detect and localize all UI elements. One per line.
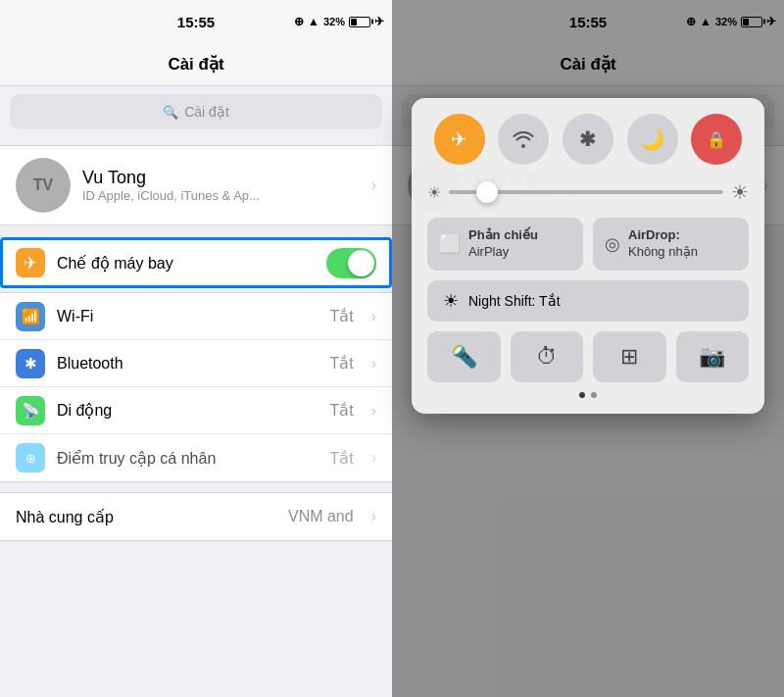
cc-airdrop-btn[interactable]: ◎ AirDrop: Không nhận [593,218,749,271]
airplay-subtitle: AirPlay [468,244,538,261]
left-nav-bar: Cài đặt [0,43,392,86]
signal-icon: ⊕ [294,15,304,28]
cc-dot-2 [591,392,597,398]
cc-wifi-btn[interactable] [498,114,549,165]
network-settings-group: 📶 Wi-Fi Tắt › ✱ Bluetooth Tắt › 📡 Di độn… [0,292,392,482]
left-user-avatar: TV [16,158,71,213]
battery-percent: 32% [323,16,345,27]
wifi-value: Tắt [329,307,353,325]
airplane-toggle[interactable] [326,248,376,278]
wifi-icon: 📶 [16,302,45,331]
airdrop-text: AirDrop: Không nhận [628,227,698,261]
cc-top-row: ✈ ✱ 🌙 🔒 [427,114,749,165]
cc-bluetooth-btn[interactable]: ✱ [563,114,613,165]
bluetooth-icon: ✱ [16,349,45,378]
airdrop-title: AirDrop: [628,227,698,244]
cc-flashlight-btn[interactable]: 🔦 [427,331,501,382]
search-icon: 🔍 [163,105,178,120]
left-search-bar[interactable]: 🔍 Cài đặt [10,94,382,129]
left-nav-title: Cài đặt [168,54,223,75]
left-user-info: Vu Tong ID Apple, iCloud, iTunes & Ap... [82,168,360,203]
hotspot-icon: ⊕ [16,443,45,473]
cc-page-indicator [427,392,749,398]
left-status-icons: ⊕ ▲ 32% ✈ [294,15,384,28]
hotspot-value: Tắt [329,449,353,468]
carrier-label: Nhà cung cấp [16,508,276,526]
mobile-chevron: › [371,402,376,420]
airdrop-icon: ◎ [605,233,620,255]
airplay-icon: ⬜ [439,233,461,255]
left-user-profile[interactable]: TV Vu Tong ID Apple, iCloud, iTunes & Ap… [0,145,392,225]
mobile-label: Di động [57,401,318,420]
left-search-container: 🔍 Cài đặt [0,86,392,137]
control-center[interactable]: ✈ ✱ 🌙 🔒 ☀ ☀ ⬜ [412,98,764,414]
wifi-status-icon: ▲ [308,15,319,28]
airplay-text: Phản chiếu AirPlay [468,227,538,261]
right-panel: 15:55 ⊕ ▲ 32% ✈ Cài đặt 🔍 Cài đặt TV Vu … [392,0,784,697]
cc-media-row: ⬜ Phản chiếu AirPlay ◎ AirDrop: Không nh… [427,218,749,271]
timer-icon: ⏱ [536,344,558,370]
airplay-title: Phản chiếu [468,227,538,244]
airplane-label: Chế độ máy bay [57,254,315,273]
mobile-item[interactable]: 📡 Di động Tắt › [0,387,392,434]
left-status-bar: 15:55 ⊕ ▲ 32% ✈ [0,0,392,43]
carrier-value: VNM and [288,508,354,525]
bluetooth-value: Tắt [329,354,353,373]
cc-timer-btn[interactable]: ⏱ [511,331,584,382]
wifi-item[interactable]: 📶 Wi-Fi Tắt › [0,293,392,340]
cc-dot-1 [579,392,585,398]
left-user-name: Vu Tong [82,168,360,188]
cc-donotdisturb-btn[interactable]: 🌙 [627,114,678,165]
hotspot-item[interactable]: ⊕ Điểm truy cập cá nhân Tắt › [0,434,392,481]
carrier-chevron: › [371,508,376,525]
cc-airplay-btn[interactable]: ⬜ Phản chiếu AirPlay [427,218,583,271]
camera-icon: 📷 [699,344,725,370]
mobile-value: Tắt [329,401,353,420]
flashlight-icon: 🔦 [451,344,477,370]
cc-calculator-btn[interactable]: ⊞ [593,331,666,382]
hotspot-label: Điểm truy cập cá nhân [57,449,318,468]
battery-icon [349,17,370,27]
brightness-track[interactable] [449,190,723,194]
brightness-min-icon: ☀ [427,183,441,202]
toggle-knob [348,250,374,276]
night-shift-label: Night Shift: Tắt [468,293,561,309]
wifi-label: Wi-Fi [57,308,318,325]
left-user-subtitle: ID Apple, iCloud, iTunes & Ap... [82,188,360,203]
hotspot-chevron: › [371,449,376,467]
cc-airplane-btn[interactable]: ✈ [434,114,485,165]
cc-night-shift-btn[interactable]: ☀ Night Shift: Tắt [427,280,749,322]
airplane-mode-item[interactable]: ✈ Chế độ máy bay [0,237,392,288]
wifi-chevron: › [371,308,376,325]
bluetooth-item[interactable]: ✱ Bluetooth Tắt › [0,340,392,387]
bluetooth-chevron: › [371,355,376,373]
left-panel: 15:55 ⊕ ▲ 32% ✈ Cài đặt 🔍 Cài đặt TV Vu … [0,0,392,697]
cc-camera-btn[interactable]: 📷 [676,331,750,382]
airdrop-subtitle: Không nhận [628,244,698,261]
cc-bottom-row: 🔦 ⏱ ⊞ 📷 [427,331,749,382]
bluetooth-label: Bluetooth [57,355,318,373]
airplane-status-icon: ✈ [374,15,384,28]
brightness-max-icon: ☀ [731,180,749,204]
cc-rotationlock-btn[interactable]: 🔒 [691,114,742,165]
carrier-group: Nhà cung cấp VNM and › [0,492,392,541]
left-time: 15:55 [177,14,215,30]
calculator-icon: ⊞ [620,344,638,370]
mobile-icon: 📡 [16,396,45,425]
night-shift-icon: ☀ [443,290,459,312]
airplane-icon: ✈ [16,248,45,277]
brightness-thumb [476,181,498,203]
left-user-chevron: › [371,176,376,194]
carrier-item[interactable]: Nhà cung cấp VNM and › [0,493,392,540]
left-search-placeholder: Cài đặt [184,104,229,120]
brightness-row: ☀ ☀ [427,180,749,204]
